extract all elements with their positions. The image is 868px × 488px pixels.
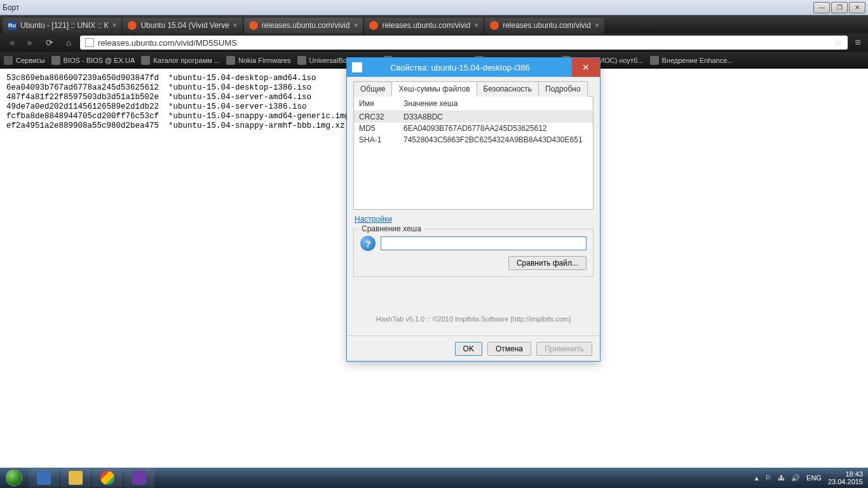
hash-row[interactable]: SHA-174528043C5863F2BC6254324A9BB8A43D43… [354,134,593,146]
bookmark-item[interactable]: Внедрение Enhance... [650,56,733,65]
bookmark-item[interactable]: Nokia Firmwares [226,56,291,65]
tab-security[interactable]: Безопасность [477,81,539,97]
browser-tab[interactable]: RuUbuntu - [121] :: UNIX :: К× [3,18,121,33]
tab-close-icon[interactable]: × [474,21,478,30]
windows-orb-icon [6,470,22,486]
help-icon: ? [360,236,376,251]
taskbar-app-1[interactable] [29,468,59,487]
tab-file-hashes[interactable]: Хеш-суммы файлов [391,81,477,97]
dialog-title: Свойства: ubuntu-15.04-desktop-i386 [367,63,572,72]
back-button[interactable]: ◄ [4,36,19,50]
bookmark-label: Nokia Firmwares [238,57,291,64]
dialog-titlebar[interactable]: Свойства: ubuntu-15.04-desktop-i386 ✕ [347,58,600,77]
favicon-icon [249,21,258,30]
compare-file-button[interactable]: Сравнить файл... [508,256,587,270]
window-title: Борт [3,3,19,12]
hash-value: D33A8BDC [403,112,588,121]
forward-button[interactable]: ► [23,36,38,50]
tray-date: 23.04.2015 [828,478,863,485]
bookmark-favicon-icon [650,56,659,65]
browser-tab[interactable]: releases.ubuntu.com/vivid× [364,18,484,33]
bookmark-favicon-icon [297,56,306,65]
bookmark-favicon-icon [226,56,235,65]
tab-label: releases.ubuntu.com/vivid [503,21,591,30]
home-button[interactable]: ⌂ [61,36,76,50]
ok-button[interactable]: OK [455,342,482,356]
bookmark-favicon-icon [141,56,150,65]
app-icon [132,471,146,485]
reload-button[interactable]: ⟳ [42,36,57,50]
favicon-icon [490,21,499,30]
address-bar[interactable]: releases.ubuntu.com/vivid/MD5SUMS ☆ [80,36,848,50]
hash-row[interactable]: MD56EA04093B767AD6778AA245D53625612 [354,123,593,134]
tab-close-icon[interactable]: × [233,21,238,30]
file-icon [352,62,362,72]
folder-icon [69,471,83,485]
browser-tab[interactable]: releases.ubuntu.com/vivid× [244,18,363,33]
browser-tab[interactable]: Ubuntu 15.04 (Vivid Verve× [123,18,242,33]
taskbar-explorer[interactable] [60,468,91,487]
bookmark-label: Внедрение Enhance... [662,57,733,64]
hash-name: CRC32 [359,112,403,121]
hash-value: 6EA04093B767AD6778AA245D53625612 [403,124,588,133]
hash-value: 74528043C5863F2BC6254324A9BB8A43D430E651 [403,135,588,144]
tab-close-icon[interactable]: × [112,21,116,30]
col-name: Имя [359,99,403,108]
bookmark-favicon-icon [51,56,60,65]
tab-label: releases.ubuntu.com/vivid [262,21,350,30]
bookmark-item[interactable]: Каталог программ ... [141,56,220,65]
tab-label: Ubuntu 15.04 (Vivid Verve [140,21,229,30]
close-button[interactable]: ✕ [849,2,865,13]
tray-clock[interactable]: 18:43 23.04.2015 [828,470,863,485]
maximize-button[interactable]: ❐ [831,2,848,13]
bookmark-label: Сервисы [16,57,45,64]
browser-tabstrip: RuUbuntu - [121] :: UNIX :: К×Ubuntu 15.… [0,15,868,33]
properties-dialog: Свойства: ubuntu-15.04-desktop-i386 ✕ Об… [346,57,600,362]
taskbar-chrome[interactable] [92,468,123,487]
tray-volume-icon[interactable]: 🔊 [791,474,800,482]
chrome-menu-button[interactable]: ≡ [851,36,864,50]
taskbar-app-2[interactable] [124,468,154,487]
tab-details[interactable]: Подробно [538,81,588,97]
tab-close-icon[interactable]: × [595,21,599,30]
tray-flag-icon[interactable]: ⚐ [765,474,771,482]
apps-grid-icon [4,56,13,65]
chrome-icon [100,471,114,485]
start-button[interactable] [0,468,28,488]
minimize-button[interactable]: — [813,2,830,13]
bookmark-apps[interactable]: Сервисы [4,56,45,65]
tray-time: 18:43 [828,470,863,478]
tray-chevron-icon[interactable]: ▴ [755,474,759,482]
windows-taskbar: ▴ ⚐ 🖧 🔊 ENG 18:43 23.04.2015 [0,468,868,488]
tab-label: Ubuntu - [121] :: UNIX :: К [20,21,108,30]
system-tray: ▴ ⚐ 🖧 🔊 ENG 18:43 23.04.2015 [755,470,868,485]
window-titlebar: Борт — ❐ ✕ [0,0,868,15]
hash-list: Имя Значение хеша CRC32D33A8BDCMD56EA040… [353,97,593,210]
dialog-button-row: OK Отмена Применить [347,336,600,361]
dialog-tabs: Общие Хеш-суммы файлов Безопасность Подр… [353,81,593,97]
compare-legend: Сравнение хеша [359,224,424,233]
cancel-button[interactable]: Отмена [487,342,531,356]
hash-compare-group: Сравнение хеша ? Сравнить файл... [353,229,593,277]
url-text: releases.ubuntu.com/vivid/MD5SUMS [98,38,237,48]
tray-language[interactable]: ENG [806,474,822,482]
bookmark-label: Каталог программ ... [153,57,220,64]
browser-tab[interactable]: releases.ubuntu.com/vivid× [485,18,604,33]
col-value: Значение хеша [403,99,458,108]
favicon-icon: Ru [8,21,17,30]
hashtab-footer: HashTab v5.1.0 :: ©2010 Implbits Softwar… [353,277,593,329]
tray-network-icon[interactable]: 🖧 [778,474,785,482]
browser-toolbar: ◄ ► ⟳ ⌂ releases.ubuntu.com/vivid/MD5SUM… [0,33,868,52]
hash-list-header: Имя Значение хеша [354,97,593,111]
hash-name: SHA-1 [359,135,403,144]
bookmark-item[interactable]: BIOS - BIOS @ EX.UA [51,56,135,65]
bookmark-label: BIOS - BIOS @ EX.UA [64,57,135,64]
apply-button[interactable]: Применить [536,342,592,356]
hash-row[interactable]: CRC32D33A8BDC [354,111,593,123]
hash-compare-input[interactable] [381,236,587,250]
dialog-close-button[interactable]: ✕ [572,58,600,77]
tab-close-icon[interactable]: × [353,21,358,30]
bookmark-star-icon[interactable]: ☆ [834,37,843,48]
favicon-icon [128,21,137,30]
tab-general[interactable]: Общие [353,81,392,97]
